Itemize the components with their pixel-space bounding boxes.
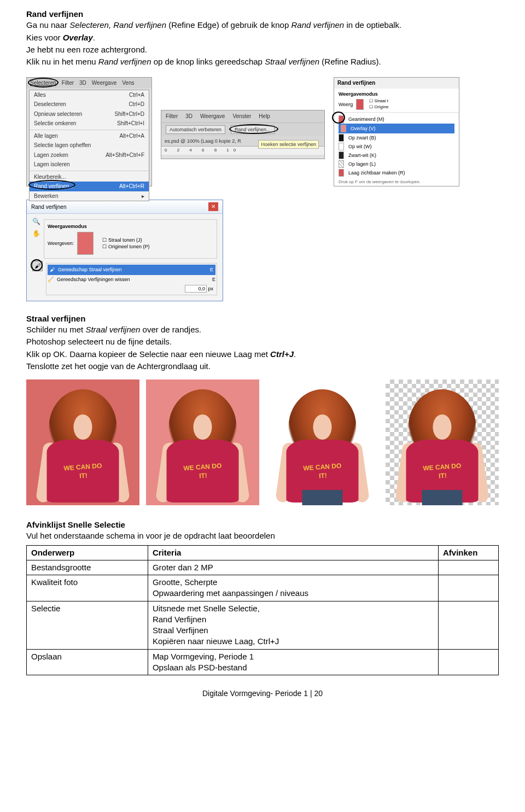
l: Straal t — [375, 98, 388, 103]
field-value: 0,0 — [185, 285, 207, 293]
view-opt: Op zwart (B) — [339, 133, 454, 142]
menu-item-highlighted: Rand verfijnen...Alt+Ctrl+R — [30, 182, 149, 191]
hand-icon: ✋ — [32, 229, 40, 238]
t: Straal verfijnen — [85, 325, 140, 334]
eraser-icon: 🧹 — [48, 276, 54, 283]
para: Vul het onderstaande schema in voor je d… — [26, 530, 499, 541]
thumb-icon — [356, 99, 364, 110]
m: Help — [259, 113, 270, 120]
cell: Map Vormgeving, Periode 1 Opslaan als PS… — [148, 649, 438, 675]
para: Tenslotte zet het oogje van de Achtergro… — [26, 361, 499, 372]
cell: Bestandsgrootte — [27, 560, 148, 575]
l: Deselecteren — [34, 101, 66, 108]
btn-rand-verfijnen: Rand verfijnen... — [231, 125, 275, 134]
l: Geanimeerd (M) — [348, 116, 384, 122]
t: Klik op OK. Daarna kopieer de Selectie n… — [26, 349, 270, 359]
group-label: Weergavemodus — [339, 91, 454, 97]
view-opt: Op lagen (L) — [339, 160, 454, 168]
t: Grootte, Scherpte — [153, 577, 434, 588]
cell: Groter dan 2 MP — [148, 560, 438, 575]
l: Weergeven: — [48, 240, 74, 247]
l: Lagen zoeken — [34, 151, 68, 159]
l: Straal tonen (J) — [108, 237, 142, 243]
photo-stage-1: WE CAN DO IT! — [26, 379, 139, 505]
cell: Grootte, Scherpte Opwaardering met aanpa… — [148, 575, 438, 601]
heading-afvinklijst: Afvinklijst Snelle Selectie — [26, 519, 499, 530]
cell-check — [439, 560, 499, 575]
t: Uitsnede met Snelle Selectie, — [153, 603, 434, 614]
t: Kopiëren naar nieuwe Laag, Ctrl+J — [153, 636, 434, 647]
thumb-icon — [339, 151, 344, 159]
btn-auto: Automatisch verbeteren — [166, 125, 225, 134]
k: E — [212, 276, 215, 283]
menu-item: Lagen zoekenAlt+Shift+Ctrl+F — [30, 150, 149, 160]
l: Gereedschap Verfijningen wissen — [57, 276, 209, 283]
t: Opslaan als PSD-bestand — [153, 662, 434, 673]
zoom-icon: 🔍 — [32, 217, 40, 226]
m: Filter — [166, 113, 178, 120]
l: Gereedschap Straal verfijnen — [58, 266, 207, 273]
l: Alles — [34, 91, 46, 99]
l: Weerg — [339, 101, 353, 108]
l: Origine — [375, 104, 389, 109]
shirt-text: WE CAN DO IT! — [179, 458, 226, 484]
cb: ☐ Straal tonen (J) — [102, 237, 149, 243]
thumb-icon — [341, 125, 346, 132]
t: Rand Verfijnen — [153, 614, 434, 625]
heading-rand-verfijnen: Rand verfijnen — [26, 9, 499, 20]
tool-row: 🧹 Gereedschap Verfijningen wissen E — [48, 275, 215, 284]
t: Ctrl+J — [270, 349, 294, 359]
thumb-icon — [339, 115, 344, 123]
t: Overlay — [63, 33, 93, 42]
cell: Uitsnede met Snelle Selectie, Rand Verfi… — [148, 601, 438, 649]
screenshot-row-1: Selecteren Filter 3D Weergave Vens Alles… — [26, 77, 499, 186]
cb: ☐ Origineel tonen (P) — [102, 243, 149, 250]
l: Laag zichtbaar maken (R) — [348, 170, 405, 176]
l: Opnieuw selecteren — [34, 110, 82, 118]
l: Op lagen (L) — [348, 161, 376, 167]
menu-item: Alle lagenAlt+Ctrl+A — [30, 130, 149, 141]
t: op de knop links gereedschap — [151, 57, 265, 66]
l: Rand verfijnen... — [34, 183, 74, 190]
menu-item: Kleurbereik... — [30, 171, 149, 182]
t: Schilder nu met — [26, 325, 85, 334]
s: Shift+Ctrl+D — [115, 110, 144, 118]
m: Selecteren — [30, 79, 56, 87]
m: Weergave — [200, 113, 225, 120]
thumb-icon — [339, 143, 344, 150]
photo-row: WE CAN DO IT! WE CAN DO IT! WE CAN DO IT… — [26, 379, 499, 505]
menu-item: Selectie omkerenShift+Ctrl+I — [30, 119, 149, 128]
l: Op wit (W) — [348, 143, 372, 150]
m: Vens — [122, 79, 134, 87]
t: (Refine Edge) of gebruik de knop — [166, 20, 291, 30]
para-3: Je hebt nu een roze achtergrond. — [26, 44, 499, 55]
thumb-icon — [339, 169, 344, 177]
field-unit: px — [208, 286, 213, 291]
view-opt: Laag zichtbaar maken (R) — [339, 168, 454, 177]
screenshot-toolbar: Filter 3D Weergave Venster Help Automati… — [161, 110, 325, 159]
thumb-icon — [339, 160, 344, 168]
t: Straal verfijnen — [265, 57, 319, 66]
m: 3D — [79, 79, 86, 87]
photo-stage-4: WE CAN DO IT! — [386, 379, 499, 505]
brush-icon: 🖌 — [32, 261, 43, 271]
m: Venster — [232, 113, 251, 120]
cell: Selectie — [27, 601, 148, 649]
cell: Opslaan — [27, 649, 148, 675]
tool-row-highlighted: 🖌 Gereedschap Straal verfijnen E — [48, 265, 215, 274]
th-onderwerp: Onderwerp — [27, 545, 148, 560]
brush-icon: 🖌 — [50, 266, 55, 273]
t: . — [93, 33, 95, 42]
m: Weergave — [92, 79, 116, 87]
menu-item: Selectie lagen opheffen — [30, 141, 149, 150]
t: Opwaardering met aanpassingen / niveaus — [153, 588, 434, 599]
m: Filter — [62, 79, 74, 87]
s: ▸ — [142, 192, 144, 200]
th-criteria: Criteria — [148, 545, 438, 560]
l: Overlay (V) — [351, 125, 376, 132]
para-2: Kies voor Overlay. — [26, 32, 499, 43]
t: Ga nu naar — [26, 20, 69, 30]
l: Zwart-wit (K) — [348, 152, 376, 159]
close-icon: ✕ — [208, 202, 218, 211]
para-1: Ga nu naar Selecteren, Rand verfijnen (R… — [26, 20, 499, 31]
